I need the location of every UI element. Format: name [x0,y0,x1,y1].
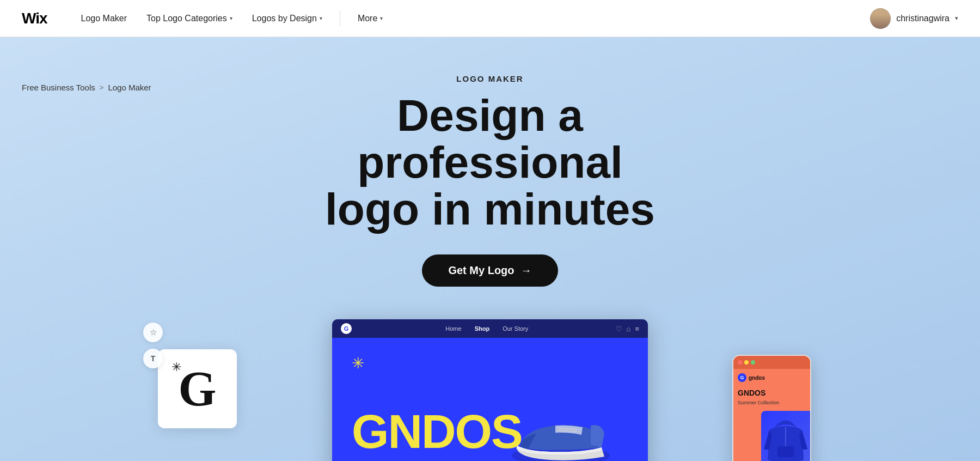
navbar: Wix Logo Maker Top Logo Categories ▾ Log… [0,0,980,37]
heart-icon: ♡ [616,325,622,333]
nav-item-logo-maker[interactable]: Logo Maker [74,9,135,28]
browser-star-decoration: ✳ [352,354,364,372]
browser-mockup: G Home Shop Our Story ♡ ⌂ ≡ ✳ GNDOS [332,319,648,461]
avatar-image [870,8,891,29]
nav-item-top-logo-categories[interactable]: Top Logo Categories ▾ [139,9,240,28]
browser-nav-home: Home [445,325,461,332]
home-icon: ⌂ [627,325,631,333]
browser-logo: G [341,323,352,334]
text-icon-button[interactable]: T [143,349,163,368]
browser-brand-text: GNDOS [352,408,522,456]
breadcrumb-logo-maker: Logo Maker [108,83,151,92]
hero-section: Free Business Tools > Logo Maker LOGO MA… [0,37,980,461]
phone-product-image [761,411,810,461]
shoe-illustration [506,396,615,461]
phone-logo-letter: G [740,375,744,380]
phone-product-subtitle: Summer Collection [738,400,806,405]
star-icon-button[interactable]: ☆ [143,323,163,342]
logo-preview-card: ✳ G [158,349,237,428]
browser-nav-shop: Shop [475,325,490,332]
chevron-down-icon: ▾ [955,15,958,22]
nav-item-more[interactable]: More ▾ [350,9,390,28]
browser-toolbar: G Home Shop Our Story ♡ ⌂ ≡ [332,319,648,338]
phone-brand-name: gndos [749,375,765,381]
chevron-down-icon: ▾ [320,15,322,21]
avatar [870,8,891,29]
nav-menu: Logo Maker Top Logo Categories ▾ Logos b… [74,9,871,28]
browser-content: ✳ GNDOS [332,338,648,461]
nav-item-logos-by-design[interactable]: Logos by Design ▾ [244,9,330,28]
nav-label-more: More [358,14,377,23]
browser-logo-letter: G [344,325,349,332]
logo-letter: G [178,362,216,416]
get-my-logo-button[interactable]: Get My Logo → [422,254,558,287]
browser-nav-story: Our Story [503,325,528,332]
wix-logo[interactable]: Wix [22,10,47,27]
browser-nav: Home Shop Our Story [358,325,616,332]
nav-divider [340,11,340,26]
hero-title: Design a professional logo in minutes [283,92,697,233]
breadcrumb: Free Business Tools > Logo Maker [22,83,151,92]
breadcrumb-separator: > [100,83,104,92]
chevron-down-icon: ▾ [380,15,383,21]
nav-label-top-logo-categories: Top Logo Categories [146,14,227,23]
close-button-decoration [738,360,742,365]
hero-title-line2: logo in minutes [325,184,655,234]
minimize-button-decoration [744,360,749,365]
nav-label-logo-maker: Logo Maker [81,14,127,23]
chevron-down-icon: ▾ [230,15,232,21]
breadcrumb-free-business-tools[interactable]: Free Business Tools [22,83,95,92]
phone-brand-header: G gndos [733,369,810,386]
text-icon: T [151,354,156,363]
phone-title-bar [733,356,810,369]
nav-label-logos-by-design: Logos by Design [252,14,317,23]
logo-letter-container: ✳ G [178,365,216,414]
maximize-button-decoration [751,360,755,365]
browser-action-icons: ♡ ⌂ ≡ [616,325,639,333]
cta-label: Get My Logo [448,264,514,277]
hoodie-svg [761,411,810,461]
user-menu[interactable]: christinagwira ▾ [870,8,958,29]
arrow-icon: → [521,264,532,277]
hero-eyebrow-label: LOGO MAKER [456,74,523,83]
phone-product-title: GNDOS [738,389,806,398]
phone-content-area: GNDOS Summer Collection [733,386,810,408]
phone-mockup: G gndos GNDOS Summer Collection [732,355,811,461]
svg-rect-3 [777,446,794,457]
phone-logo-circle: G [738,373,746,382]
user-name: christinagwira [896,14,950,23]
hero-title-line1: Design a professional [357,90,623,187]
menu-icon: ≡ [635,325,639,333]
star-icon: ☆ [150,327,157,337]
